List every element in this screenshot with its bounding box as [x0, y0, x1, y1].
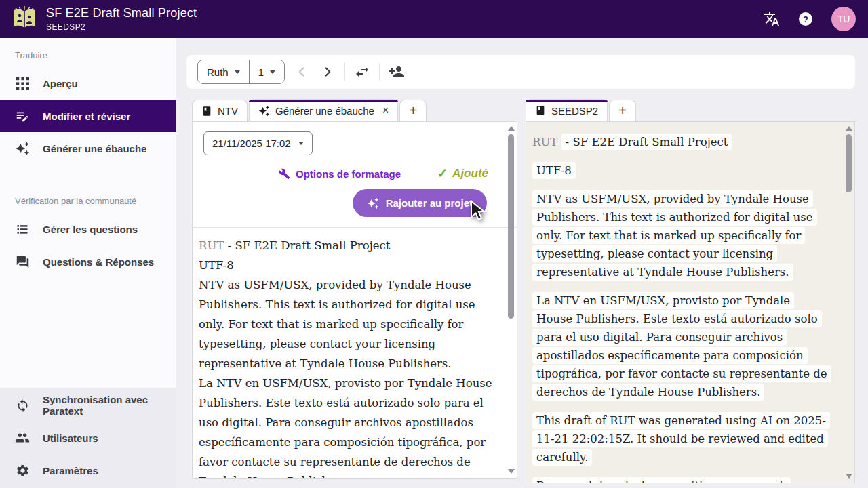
left-tabbar: NTV Générer une ébauche × +: [192, 99, 517, 121]
scripture-line: La NTV en USFM/USX, provisto por Tyndale…: [532, 291, 827, 401]
translate-language-icon[interactable]: [764, 11, 780, 27]
scripture-line: This draft of RUT was generated using AI…: [532, 411, 827, 466]
chevron-down-icon: [235, 70, 240, 74]
book-icon: [201, 106, 212, 117]
sidebar-item-label: Questions & Réponses: [43, 256, 154, 268]
chevron-down-icon: [270, 70, 275, 74]
add-tab-button[interactable]: +: [399, 100, 427, 121]
sidebar-item-questions-reponses[interactable]: Questions & Réponses: [0, 245, 176, 278]
sparkles-icon: [258, 105, 270, 117]
sparkles-icon: [15, 141, 30, 156]
svg-text:?: ?: [803, 14, 808, 24]
tab-label: NTV: [218, 105, 238, 117]
draft-date-value: 21/11/2025 17:02: [212, 138, 291, 149]
help-icon[interactable]: ?: [797, 11, 814, 27]
sparkles-icon: [367, 197, 379, 209]
sidebar-footer: Synchronisation avec Paratext Utilisateu…: [0, 388, 176, 488]
book-select-value: Ruth: [207, 66, 229, 78]
sidebar-item-label: Modifier et réviser: [43, 110, 130, 122]
chevron-down-icon: [298, 142, 304, 145]
scripture-line: UTF-8: [532, 161, 827, 180]
tab-label: Générer une ébauche: [275, 105, 374, 117]
formatting-options-link[interactable]: Options de formatage: [279, 168, 401, 180]
tab-generer-ebauche[interactable]: Générer une ébauche ×: [249, 99, 398, 121]
gear-icon: [15, 463, 30, 478]
scroll-down-arrow[interactable]: [846, 474, 852, 479]
sidebar-item-modifier-reviser[interactable]: Modifier et réviser: [0, 100, 176, 132]
add-to-project-button[interactable]: Rajouter au projet: [353, 189, 487, 217]
sidebar-item-sync-paratext[interactable]: Synchronisation avec Paratext: [0, 389, 176, 422]
scripture-line: RUT - SF E2E Draft Small Project: [199, 236, 494, 256]
edit-note-icon: [15, 108, 30, 123]
formatting-options-label: Options de formatage: [296, 168, 401, 180]
tab-ntv[interactable]: NTV: [192, 100, 248, 121]
scripture-line: La NTV en USFM/USX, provisto por Tyndale…: [199, 373, 494, 479]
sidebar-section-traduire: Traduire: [0, 38, 176, 67]
book-icon: [535, 105, 546, 116]
scripture-line: UTF-8: [199, 256, 494, 275]
sidebar-item-parametres[interactable]: Paramètres: [0, 454, 176, 487]
toolbar-divider: [344, 63, 345, 81]
added-status-label: Ajouté: [452, 167, 488, 180]
sidebar-item-apercu[interactable]: Aperçu: [0, 67, 176, 100]
check-icon: ✓: [437, 166, 448, 181]
close-icon[interactable]: ×: [382, 104, 389, 117]
draft-panel-body: 21/11/2025 17:02 Options de formatage ✓ …: [192, 121, 517, 479]
list-icon: [15, 222, 30, 237]
left-panel-scrollbar[interactable]: [507, 123, 515, 476]
app-header: SF E2E Draft Small Project SEEDSP2 ? TU: [0, 0, 868, 38]
draft-date-select[interactable]: 21/11/2025 17:02: [203, 131, 313, 155]
scripture-line: NTV as USFM/USX, provided by Tyndale Hou…: [199, 275, 494, 373]
page-title: SF E2E Draft Small Project: [46, 6, 197, 20]
draft-scripture-text[interactable]: RUT - SF E2E Draft Small Project UTF-8 N…: [193, 228, 517, 479]
sidebar-item-utilisateurs[interactable]: Utilisateurs: [0, 422, 176, 454]
add-to-project-label: Rajouter au projet: [386, 197, 473, 209]
scrollbar-thumb[interactable]: [846, 134, 852, 192]
scripture-line: RUT - SF E2E Draft Small Project: [532, 133, 827, 151]
user-avatar[interactable]: TU: [831, 7, 856, 31]
sidebar-item-generer-ebauche[interactable]: Générer une ébauche: [0, 132, 176, 165]
book-select[interactable]: Ruth: [198, 60, 249, 83]
sidebar-item-gerer-questions[interactable]: Gérer les questions: [0, 213, 176, 245]
users-icon: [15, 430, 30, 445]
tab-seedsp2[interactable]: SEEDSP2: [526, 99, 608, 121]
sidebar-item-label: Utilisateurs: [43, 432, 98, 444]
previous-chapter-button[interactable]: [289, 59, 315, 85]
add-tab-button[interactable]: +: [609, 100, 636, 121]
sidebar-item-label: Générer une ébauche: [43, 143, 146, 155]
navigation-toolbar: Ruth 1: [186, 55, 855, 89]
sync-icon: [15, 398, 30, 413]
project-scripture-text[interactable]: RUT - SF E2E Draft Small Project UTF-8 N…: [526, 122, 854, 483]
scroll-up-arrow[interactable]: [508, 126, 515, 131]
add-user-button[interactable]: [384, 59, 410, 85]
toolbar-divider: [379, 63, 380, 81]
sidebar-item-label: Synchronisation avec Paratext: [43, 394, 176, 417]
project-panel: SEEDSP2 + RUT - SF E2E Draft Small Proje…: [526, 99, 855, 483]
draft-controls: 21/11/2025 17:02 Options de formatage ✓ …: [193, 122, 517, 228]
swap-panels-button[interactable]: [349, 59, 375, 85]
scripture-line: NTV as USFM/USX, provided by Tyndale Hou…: [532, 190, 827, 281]
scripture-line: Paragraph breaks have positions preserve…: [532, 476, 827, 483]
sidebar-item-label: Aperçu: [43, 78, 78, 89]
right-panel-scrollbar[interactable]: [844, 123, 853, 481]
draft-panel: NTV Générer une ébauche × + 21/11/2025 1…: [192, 99, 517, 479]
next-chapter-button[interactable]: [315, 59, 340, 85]
tab-label: SEEDSP2: [551, 105, 598, 117]
sidebar-item-label: Gérer les questions: [43, 224, 138, 235]
grid-icon: [15, 76, 30, 91]
wrench-icon: [279, 168, 290, 180]
forum-chat-icon: [15, 254, 30, 269]
book-code: RUT: [532, 136, 557, 148]
scroll-down-arrow[interactable]: [508, 469, 515, 474]
scrollbar-thumb[interactable]: [508, 134, 514, 319]
project-shortname: SEEDSP2: [46, 22, 197, 32]
added-status: ✓ Ajouté: [437, 166, 488, 181]
title-block: SF E2E Draft Small Project SEEDSP2: [46, 6, 197, 32]
sidebar-item-label: Paramètres: [43, 465, 98, 476]
app-logo-icon: [12, 6, 37, 32]
chapter-select[interactable]: 1: [249, 60, 284, 83]
chapter-select-value: 1: [258, 66, 264, 78]
scroll-up-arrow[interactable]: [846, 126, 852, 131]
scripture-ref-selector: Ruth 1: [197, 60, 285, 84]
book-code: RUT: [199, 239, 224, 252]
